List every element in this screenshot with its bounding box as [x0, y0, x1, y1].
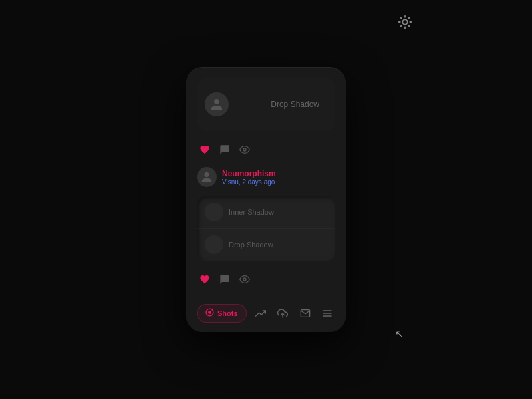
card-2-label-2: Drop Shadow	[229, 241, 273, 249]
svg-point-0	[402, 19, 407, 24]
upload-icon	[277, 308, 288, 319]
comment-icon-2[interactable]	[219, 274, 230, 285]
svg-point-9	[243, 148, 246, 151]
shots-icon	[205, 308, 214, 319]
post-meta: Neumorphism Visnu, 2 days ago	[222, 169, 276, 186]
eye-icon-2[interactable]	[239, 274, 250, 285]
card-2-row-2: Drop Shadow	[197, 229, 335, 261]
cursor: ↖	[395, 328, 404, 340]
svg-line-6	[408, 25, 409, 26]
nav-menu[interactable]	[319, 305, 335, 321]
card-1-image: Drop Shadow	[197, 78, 335, 131]
svg-line-5	[401, 18, 402, 19]
post-info: Neumorphism Visnu, 2 days ago	[197, 167, 335, 187]
card-2-label-1: Inner Shadow	[229, 208, 274, 216]
card-2: Inner Shadow Drop Shadow	[197, 196, 335, 261]
svg-line-8	[401, 25, 402, 26]
post-avatar	[197, 167, 217, 187]
nav-mail[interactable]	[297, 305, 313, 321]
nav-trending[interactable]	[253, 305, 269, 321]
heart-icon-1[interactable]	[200, 144, 210, 155]
comment-icon-1[interactable]	[219, 144, 230, 155]
svg-line-7	[408, 18, 409, 19]
card-2-row-1: Inner Shadow	[197, 196, 335, 229]
eye-icon-1[interactable]	[239, 144, 250, 155]
bottom-nav: Shots	[186, 297, 346, 332]
sun-icon[interactable]	[398, 15, 412, 33]
phone-container: Drop Shadow	[186, 67, 346, 332]
card-1: Drop Shadow	[197, 78, 335, 131]
action-row-2	[197, 269, 335, 290]
shots-label: Shots	[217, 309, 238, 317]
card-2-avatar-1	[205, 203, 223, 221]
heart-icon-2[interactable]	[200, 274, 210, 285]
svg-point-10	[243, 278, 246, 281]
action-row-1	[197, 139, 335, 160]
card-2-avatar-2	[205, 235, 223, 254]
phone-content: Drop Shadow	[186, 67, 346, 297]
menu-icon	[322, 308, 332, 319]
card-1-avatar	[205, 92, 229, 116]
nav-upload[interactable]	[275, 305, 291, 321]
nav-shots[interactable]: Shots	[197, 304, 247, 323]
card-1-label: Drop Shadow	[271, 100, 319, 109]
mail-icon	[300, 308, 311, 319]
post-title: Neumorphism	[222, 169, 276, 178]
trending-icon	[255, 308, 266, 319]
svg-point-12	[209, 311, 211, 313]
post-subtitle: Visnu, 2 days ago	[222, 178, 276, 186]
